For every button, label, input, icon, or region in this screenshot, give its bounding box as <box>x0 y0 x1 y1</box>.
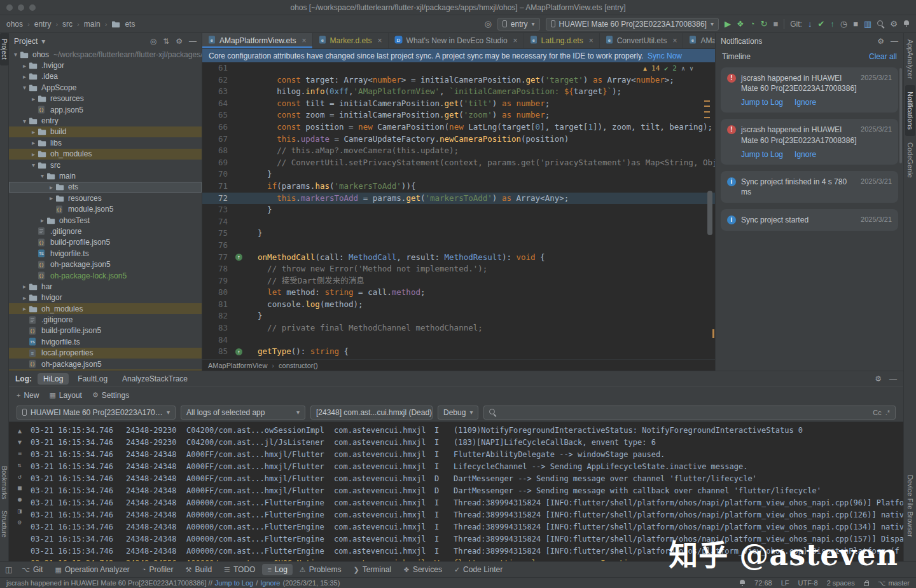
log-row[interactable]: 03-21 16:15:34.74624348-29230C04200/com.… <box>31 437 903 449</box>
log-row[interactable]: 03-21 16:15:34.74624348-24348A00000/com.… <box>31 497 903 509</box>
window-close-button[interactable] <box>6 4 13 11</box>
notification-card[interactable]: iSync project finished in 4 s 780 ms2025… <box>721 171 898 203</box>
editor-tab[interactable]: eAMapPlatformView.ets× <box>202 33 313 48</box>
tree-item[interactable]: TShvigorfile.ts <box>9 248 202 259</box>
log-row[interactable]: 03-21 16:15:34.74624348-24348A000FF/com.… <box>31 449 903 461</box>
tree-item[interactable]: ▸resources <box>9 93 202 104</box>
tree-item[interactable]: {}oh-package-lock.json5 <box>9 270 202 281</box>
log-scope-select[interactable]: All logs of selected app ▾ <box>181 406 305 420</box>
regex-toggle[interactable]: .* <box>885 409 890 416</box>
toolwindow-todo[interactable]: ☰TODO <box>219 564 260 575</box>
side-tab-notifications[interactable]: Notifications <box>905 85 915 136</box>
device-select[interactable]: HUAWEI Mate 60 Pro[23E0223A17008386] ▾ <box>546 18 719 31</box>
bell-icon[interactable] <box>739 580 746 587</box>
code-line[interactable]: 70 } <box>202 168 715 181</box>
toolwindow-build[interactable]: ⚒Build <box>181 564 218 575</box>
caret-position[interactable]: 72:68 <box>754 579 772 587</box>
toolwindow-log[interactable]: ≡Log <box>262 564 292 575</box>
log-row[interactable]: 03-21 16:15:34.74624348-29230C04200/com.… <box>31 425 903 437</box>
log-tab-faultlog[interactable]: FaultLog <box>72 373 113 385</box>
tree-item[interactable]: ▸har <box>9 281 202 292</box>
breadcrumb-member[interactable]: constructor() <box>279 362 318 369</box>
chevron-right-icon[interactable]: ▸ <box>29 95 38 102</box>
code-line[interactable]: 68 // this.aMap?.moveCamera(this.update)… <box>202 145 715 157</box>
code-editor[interactable]: 6162 const target: Array<number> = initi… <box>202 62 715 359</box>
code-line[interactable]: 82 } <box>202 310 715 322</box>
warning-stripe-mark[interactable] <box>704 106 710 107</box>
soft-wrap-icon[interactable]: ≡ <box>18 450 22 457</box>
collapse-all-icon[interactable]: ⇅ <box>163 37 169 46</box>
breadcrumb-item[interactable]: ohos <box>6 20 23 29</box>
breadcrumb-file[interactable]: AMapPlatformView <box>208 362 267 369</box>
editor-tab[interactable]: eMarker.d.ets× <box>313 33 389 48</box>
device-wizard-icon[interactable]: ◎ <box>485 20 492 28</box>
code-line[interactable]: 84 <box>202 334 715 346</box>
chevron-right-icon[interactable]: ▸ <box>38 217 46 224</box>
chevron-down-icon[interactable]: ▾ <box>11 51 20 58</box>
log-row[interactable]: 03-21 16:15:34.74624348-24348A000FF/com.… <box>31 485 903 497</box>
clear-all-link[interactable]: Clear all <box>869 52 897 61</box>
profiler-button[interactable]: ◔ <box>750 20 755 28</box>
log-level-select[interactable]: Debug ▾ <box>438 406 478 420</box>
chevron-right-icon[interactable]: ▸ <box>29 139 38 146</box>
chevron-right-icon[interactable]: ▸ <box>20 73 29 80</box>
search-everywhere-button[interactable] <box>877 20 884 27</box>
scroll-down-icon[interactable]: ▼ <box>18 439 22 446</box>
log-process-select[interactable]: [24348] com.ast...cui.hmxjl (Dead) ▾ <box>310 406 433 420</box>
side-tab-appanalyzer[interactable]: AppAnalyzer <box>905 33 915 85</box>
method-marker-icon[interactable]: ↑ <box>235 348 242 355</box>
notifications-scrollbar[interactable] <box>899 68 902 163</box>
notification-card[interactable]: !jscrash happened in HUAWEI Mate 60 Pro[… <box>721 67 898 113</box>
code-line[interactable]: 77↑ onMethodCall(call: MethodCall, resul… <box>202 252 715 264</box>
tree-item[interactable]: {}oh-package.json5 <box>9 359 202 369</box>
window-controls[interactable] <box>6 4 36 11</box>
tree-item[interactable]: TShvigorfile.ts <box>9 336 202 347</box>
close-icon[interactable]: × <box>672 36 677 45</box>
warning-stripe-mark[interactable] <box>704 117 710 118</box>
tree-item[interactable]: ▸libs <box>9 137 202 148</box>
chevron-right-icon[interactable]: ▸ <box>47 184 55 191</box>
log-tab-hilog[interactable]: HiLog <box>38 373 69 385</box>
log-search-box[interactable]: Cc .* <box>483 406 896 420</box>
log-search-input[interactable] <box>500 408 869 417</box>
log-panel-settings-icon[interactable]: ⚙ <box>875 374 882 383</box>
tree-item[interactable]: {}app.json5 <box>9 104 202 115</box>
toolwindow-services[interactable]: ❖Services <box>398 564 447 575</box>
side-tab-project[interactable]: Project <box>0 33 9 65</box>
code-line[interactable]: 61 <box>202 62 715 74</box>
log-tab-analyzestacktrace[interactable]: AnalyzeStackTrace <box>116 373 193 385</box>
scroll-to-end-icon[interactable]: ⇅ <box>18 462 22 468</box>
code-line[interactable]: 65 const zoom = initialCameraPosition.ge… <box>202 109 715 121</box>
log-row[interactable]: 03-21 16:15:34.74624348-24348A00000/com.… <box>31 533 903 545</box>
hide-panel-icon[interactable]: — <box>889 374 897 383</box>
line-ending[interactable]: LF <box>781 579 789 587</box>
ignore-link[interactable]: Ignore <box>795 98 816 107</box>
code-line[interactable]: 80 let method: string = call.method; <box>202 287 715 299</box>
chevron-right-icon[interactable]: ▸ <box>20 283 29 290</box>
chevron-down-icon[interactable]: ▾ <box>38 172 46 179</box>
jump-to-log-link[interactable]: Jump to Log <box>741 98 783 107</box>
pause-icon[interactable]: ■ <box>18 484 22 491</box>
close-icon[interactable]: × <box>589 36 593 45</box>
log-settings-icon[interactable]: ⚙ <box>18 519 22 526</box>
sync-now-link[interactable]: Sync Now <box>648 51 709 60</box>
tree-item[interactable]: .gitignore <box>9 314 202 325</box>
code-line[interactable]: 71 if(params.has('markersToAdd')){ <box>202 181 715 193</box>
tree-item[interactable]: ▾src <box>9 160 202 170</box>
side-tab-structure[interactable]: Structure <box>0 505 9 544</box>
code-line[interactable]: 63 hilog.info(0xff,'AMapPlatformView', `… <box>202 86 715 98</box>
run-button[interactable]: ▶ <box>725 20 731 28</box>
tree-item[interactable]: ≡local.properties <box>9 348 202 359</box>
code-line[interactable]: 69 // ConvertUtil.setPrivacyStatement(co… <box>202 157 715 169</box>
log-device-select[interactable]: HUAWEI Mate 60 Pro[23E0223A17008386] ▾ <box>17 406 176 420</box>
code-line[interactable]: 75 } <box>202 228 715 240</box>
window-maximize-button[interactable] <box>29 4 36 11</box>
log-row[interactable]: 03-21 16:15:34.74624348-24348A00000/com.… <box>31 521 903 533</box>
editor-tab[interactable]: eLatLng.d.ets× <box>524 33 600 48</box>
chevron-right-icon[interactable]: ▸ <box>20 294 29 301</box>
chevron-right-icon[interactable]: ▸ <box>20 305 29 312</box>
chevron-right-icon[interactable]: ▸ <box>29 128 38 135</box>
code-line[interactable]: 79 // 接受Dart侧发来的消息 <box>202 275 715 287</box>
settings-button[interactable]: ⚙ <box>890 20 898 28</box>
tree-item[interactable]: ▾ohos~/workspace/flutterlearn/flutter-xj… <box>9 49 202 60</box>
